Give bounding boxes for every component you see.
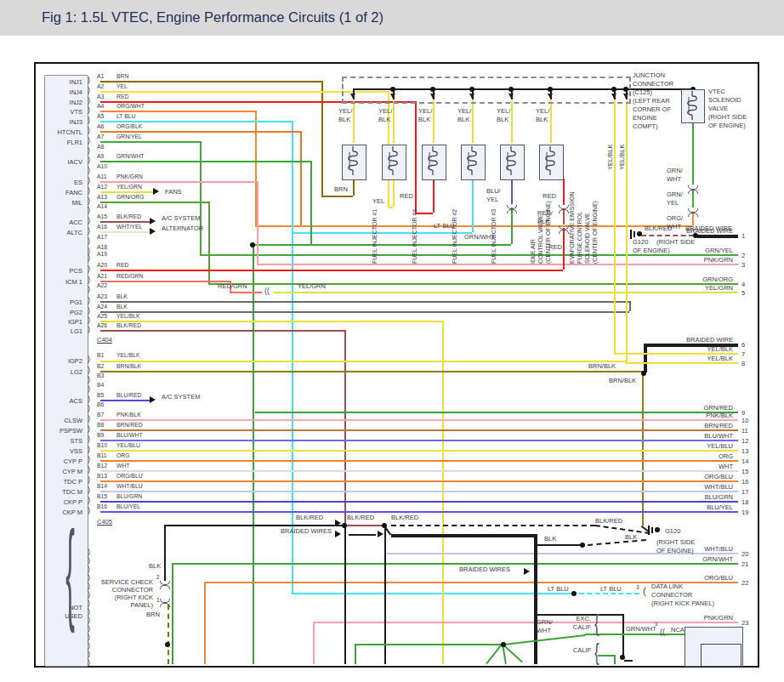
title-bar: Fig 1: 1.5L VTEC, Engine Performance Cir… — [0, 0, 784, 36]
terminal-wire-label: BLU/WHT — [631, 432, 733, 440]
terminal-wire-label: YEL/BLK — [631, 355, 733, 363]
pin-wire-color-label: YEL/BLU — [116, 442, 140, 450]
wire-segment — [100, 371, 642, 372]
junction-dot — [641, 371, 646, 376]
pin-id-label: A23 — [97, 293, 107, 301]
wire-label: CONNECTOR — [651, 591, 692, 600]
arrow-icon — [378, 531, 383, 537]
junction-dot — [571, 591, 577, 596]
wire-segment — [100, 131, 300, 133]
wire-label: 3 — [655, 622, 657, 628]
terminal-wire-label: ORG/BLU — [631, 473, 733, 481]
wire-label: (( — [264, 287, 270, 297]
inline-connector-icon — [160, 585, 170, 589]
wire-segment — [100, 400, 150, 401]
component-label: FUEL INJECTOR #4 — [412, 209, 418, 264]
wire-label: 1 — [156, 597, 160, 604]
pin-wire-color-label: YEL — [116, 83, 128, 91]
ecm-pin: ) — [88, 156, 90, 164]
wire-label: RED/GRN — [218, 282, 247, 291]
junction-dot — [620, 655, 625, 660]
ecm-pin-not-used: ) — [88, 607, 90, 616]
wire-segment — [292, 121, 293, 593]
ecm-side-label: HTCNTL — [57, 128, 82, 137]
nca-box-inner — [701, 644, 741, 667]
ecm-side-label: IGP1 — [68, 318, 82, 327]
wire-label: LT BLU — [600, 585, 622, 594]
pin-id-label: B6 — [97, 401, 104, 409]
component-box — [500, 145, 525, 180]
wire-label: BRN/BLK — [609, 377, 636, 385]
ecm-side-label: TDC M — [62, 488, 82, 497]
pin-wire-color-label: ORG/BLK — [116, 123, 142, 131]
pin-id-label: A12 — [97, 184, 107, 191]
wire-label: BRAIDED WIRES — [459, 565, 510, 574]
wire-segment — [344, 330, 346, 525]
wire-label: G120 — [665, 527, 680, 536]
wire-label: GRN/ WHT — [537, 618, 553, 634]
ecm-pin: ) — [88, 196, 90, 205]
ecm-side-label: CYP M — [62, 468, 82, 476]
wire-label: YEL/ BLK — [418, 107, 432, 123]
ecm-pin: ) — [88, 136, 90, 145]
pin-id-label: A17 — [97, 234, 107, 242]
wiring-diagram-page: Fig 1: 1.5L VTEC, Engine Performance Cir… — [0, 0, 784, 682]
ecm-pin: ) — [88, 355, 90, 363]
wire-label: YEL/ BLK — [338, 107, 352, 123]
wire-segment — [100, 221, 150, 223]
component-label: CONTROL VALVE — [537, 215, 543, 264]
pin-id-label: B13 — [97, 473, 107, 480]
pin-id-label: A25 — [97, 313, 107, 321]
terminal-number: 2 — [741, 252, 745, 260]
wire-label: BRAIDED WIRES — [281, 527, 332, 536]
ecm-side-label: STS — [70, 437, 82, 446]
pin-id-label: A22 — [97, 282, 107, 290]
ecm-pin-not-used: ) — [88, 650, 90, 658]
component-label: EVAPORATIVE EMISSION — [569, 191, 575, 264]
ecm-side-label: INJ2 — [70, 99, 82, 107]
wire-label: G120 — [633, 238, 648, 247]
ecm-pin: ) — [88, 206, 90, 214]
ecm-side-label: FLR1 — [67, 139, 82, 147]
arrow-icon — [153, 188, 159, 195]
inline-connector-icon — [559, 209, 569, 213]
wire-segment — [164, 525, 344, 526]
ecm-pin: ) — [88, 414, 90, 423]
pin-id-label: B5 — [97, 392, 104, 400]
exc-calif-brace-icon: { — [594, 611, 599, 638]
vtec-solenoid-label: VTEC — [708, 88, 725, 96]
wire-segment — [310, 161, 312, 244]
ecm-pin: ) — [88, 296, 90, 304]
ecm-side-label: INJ3 — [70, 118, 82, 127]
wire-segment — [253, 244, 511, 246]
ecm-pin: ) — [88, 186, 90, 195]
ecm-pin: ) — [88, 253, 90, 262]
wire-segment — [100, 191, 153, 193]
wire-segment — [100, 330, 344, 332]
wire-label: GRN/WHT — [626, 625, 656, 634]
wire-label: BLK — [544, 535, 556, 543]
coil-icon — [540, 145, 560, 176]
pin-id-label: A6 — [97, 123, 104, 131]
junction-connector-label: (LEFT REAR — [633, 97, 670, 105]
pin-id-label: A19 — [97, 251, 107, 259]
wire-segment — [388, 207, 393, 208]
wire-segment — [321, 81, 323, 196]
wire-segment — [172, 563, 173, 664]
ecm-pin: ) — [88, 176, 90, 185]
terminal-wire-label: WHT/BLU — [631, 545, 733, 554]
pin-wire-color-label: WHT — [116, 463, 129, 470]
wire-segment — [100, 270, 563, 271]
wire-segment — [624, 660, 633, 662]
pin-wire-color-label: BLK — [116, 293, 128, 301]
ecm-pin: ) — [88, 96, 90, 105]
wire-label: CALIF — [573, 646, 591, 655]
terminal-number: 21 — [741, 560, 748, 569]
inline-connector-icon — [559, 230, 569, 234]
wire-segment — [349, 534, 376, 536]
pin-id-label: A8 — [97, 144, 104, 151]
pin-id-label: B9 — [97, 432, 104, 440]
terminal-wire-label: YEL/BLU — [631, 442, 733, 451]
junction-connector-label: COMPT) — [633, 122, 658, 131]
component-label: (CENTER OF ENGINE) — [592, 201, 598, 264]
